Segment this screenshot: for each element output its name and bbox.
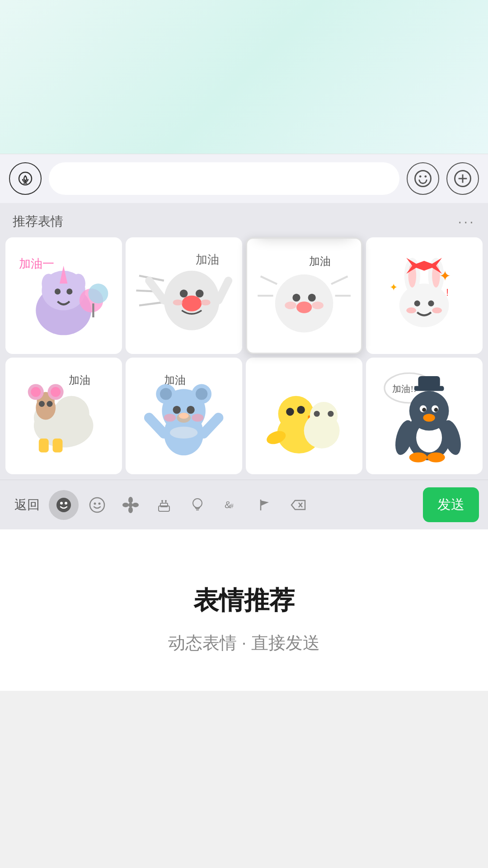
svg-text:加油: 加油 bbox=[309, 255, 331, 267]
svg-point-13 bbox=[42, 274, 56, 294]
svg-point-38 bbox=[312, 302, 324, 309]
svg-point-37 bbox=[285, 302, 296, 309]
svg-point-89 bbox=[187, 406, 195, 414]
svg-point-15 bbox=[55, 289, 61, 295]
svg-line-41 bbox=[331, 276, 347, 284]
sticker-grid: 加油一 加油 bbox=[0, 237, 488, 480]
svg-point-128 bbox=[128, 503, 133, 507]
input-bar: 加油 bbox=[0, 154, 488, 203]
svg-line-23 bbox=[139, 302, 162, 306]
bulb-type-button[interactable] bbox=[183, 490, 212, 520]
svg-point-28 bbox=[173, 300, 183, 306]
svg-point-116 bbox=[434, 408, 438, 412]
svg-point-4 bbox=[419, 175, 422, 178]
svg-point-132 bbox=[132, 503, 139, 507]
svg-point-61 bbox=[407, 307, 417, 313]
emoji-panel: 推荐表情 ··· 加油一 bbox=[0, 203, 488, 529]
svg-point-123 bbox=[60, 502, 63, 505]
delete-button[interactable] bbox=[283, 490, 313, 520]
svg-text:✦: ✦ bbox=[389, 282, 398, 293]
svg-text:加油一: 加油一 bbox=[19, 258, 54, 271]
plus-button[interactable] bbox=[446, 162, 479, 195]
svg-point-100 bbox=[286, 408, 295, 416]
svg-point-5 bbox=[425, 175, 427, 178]
svg-point-138 bbox=[165, 500, 167, 502]
svg-point-25 bbox=[180, 290, 188, 298]
svg-point-137 bbox=[161, 500, 163, 502]
sticker-type-button[interactable] bbox=[49, 490, 79, 520]
svg-rect-112 bbox=[418, 376, 440, 388]
sticker-item-4[interactable]: ✦ ! ✦ bbox=[366, 237, 483, 354]
svg-point-34 bbox=[292, 294, 300, 302]
emoji-button[interactable] bbox=[407, 162, 439, 195]
svg-text:✦: ✦ bbox=[439, 268, 451, 284]
sticker-item-3[interactable]: 加油 加油 bbox=[246, 237, 362, 354]
flower-type-button[interactable] bbox=[116, 490, 145, 520]
svg-point-103 bbox=[310, 402, 338, 429]
svg-point-62 bbox=[432, 307, 442, 313]
svg-point-92 bbox=[164, 414, 176, 422]
svg-line-39 bbox=[261, 276, 277, 284]
svg-point-129 bbox=[128, 497, 133, 503]
message-input[interactable]: 加油 bbox=[49, 162, 399, 195]
svg-text:加油: 加油 bbox=[69, 375, 90, 387]
svg-point-35 bbox=[308, 294, 316, 302]
svg-point-130 bbox=[128, 507, 133, 513]
back-button[interactable]: 返回 bbox=[9, 493, 45, 517]
svg-point-14 bbox=[72, 274, 86, 294]
svg-rect-79 bbox=[39, 439, 49, 453]
svg-text:!: ! bbox=[446, 287, 449, 298]
sticker-item-8[interactable]: 加油!! bbox=[366, 358, 483, 474]
svg-rect-80 bbox=[53, 439, 63, 453]
svg-point-29 bbox=[201, 300, 211, 306]
svg-point-87 bbox=[196, 388, 207, 400]
svg-point-110 bbox=[409, 391, 449, 431]
svg-point-77 bbox=[39, 401, 45, 407]
svg-point-70 bbox=[54, 396, 89, 432]
svg-text:加油!!: 加油!! bbox=[393, 384, 417, 394]
svg-point-99 bbox=[297, 406, 305, 414]
svg-point-121 bbox=[427, 453, 445, 462]
svg-point-117 bbox=[423, 414, 435, 422]
svg-point-78 bbox=[47, 401, 53, 407]
svg-point-3 bbox=[415, 171, 431, 187]
panel-title: 推荐表情 bbox=[13, 213, 63, 230]
svg-point-88 bbox=[173, 406, 181, 414]
svg-point-16 bbox=[67, 289, 73, 295]
svg-point-139 bbox=[193, 499, 202, 508]
svg-line-94 bbox=[149, 418, 164, 434]
svg-point-54 bbox=[399, 284, 449, 327]
svg-point-124 bbox=[65, 502, 67, 505]
feature-section: 表情推荐 动态表情 · 直接发送 bbox=[0, 529, 488, 691]
flag-type-button[interactable] bbox=[249, 490, 279, 520]
send-button[interactable]: 发送 bbox=[423, 487, 479, 522]
sticker-item-5[interactable]: 加油 ☀ bbox=[5, 358, 122, 474]
sticker-item-1[interactable]: 加油一 bbox=[5, 237, 122, 354]
cake-type-button[interactable] bbox=[149, 490, 179, 520]
chat-area bbox=[0, 0, 488, 154]
emoji-panel-header: 推荐表情 ··· bbox=[0, 203, 488, 237]
voice-button[interactable] bbox=[9, 162, 42, 195]
symbol-type-button[interactable]: & # bbox=[216, 490, 246, 520]
svg-point-115 bbox=[422, 408, 427, 412]
svg-point-27 bbox=[182, 296, 202, 311]
svg-point-85 bbox=[160, 388, 172, 400]
svg-point-18 bbox=[89, 284, 108, 304]
svg-point-75 bbox=[31, 387, 41, 397]
svg-text:加油: 加油 bbox=[196, 254, 219, 267]
svg-line-31 bbox=[219, 281, 229, 301]
sticker-item-6[interactable]: 加油 bbox=[126, 358, 242, 474]
more-dots-button[interactable]: ··· bbox=[458, 213, 475, 230]
svg-point-122 bbox=[56, 498, 71, 512]
svg-text:#: # bbox=[230, 502, 234, 509]
svg-point-126 bbox=[94, 502, 96, 505]
svg-point-96 bbox=[170, 427, 197, 439]
svg-point-60 bbox=[428, 301, 434, 307]
sticker-item-7[interactable] bbox=[246, 358, 362, 474]
svg-point-93 bbox=[192, 414, 204, 422]
svg-point-91 bbox=[179, 413, 189, 419]
svg-point-125 bbox=[90, 498, 104, 512]
svg-point-127 bbox=[99, 502, 101, 505]
sticker-item-2[interactable]: 加油 bbox=[126, 237, 242, 354]
face-type-button[interactable] bbox=[82, 490, 112, 520]
